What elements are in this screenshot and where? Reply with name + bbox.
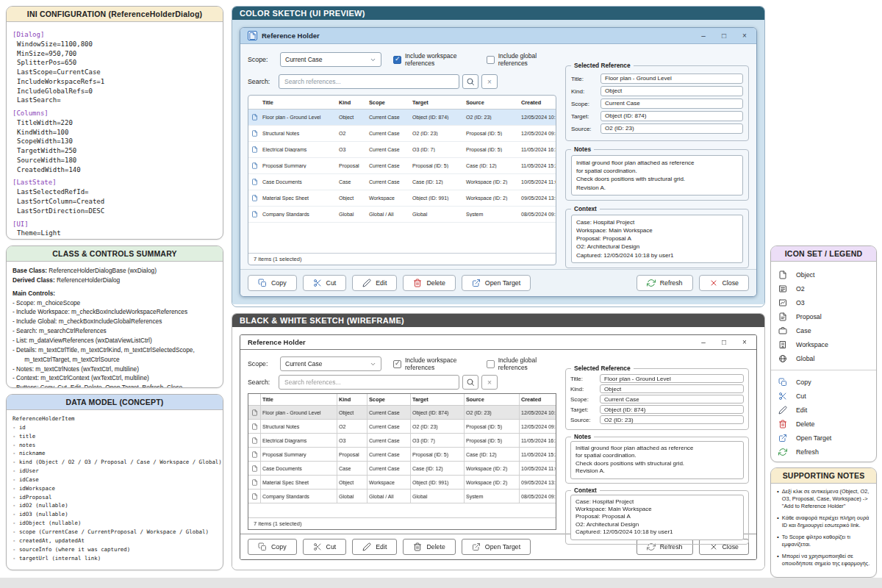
- maximize-button[interactable]: □: [720, 338, 728, 346]
- table-row[interactable]: Electrical Diagrams O3 Current Case O3 (…: [248, 142, 556, 158]
- legend-item: Open Target: [778, 431, 869, 445]
- table-row[interactable]: Structural Notes O2 Current Case O2 (ID:…: [248, 420, 556, 434]
- dialog-right-column: Selected Reference Title: Floor plan - G…: [565, 368, 749, 530]
- detail-field-input[interactable]: Current Case: [600, 395, 744, 404]
- refresh-button[interactable]: Refresh: [637, 275, 693, 291]
- scope-dropdown[interactable]: Current Case: [280, 356, 381, 371]
- edit-button[interactable]: Edit: [352, 539, 397, 555]
- search-input[interactable]: [279, 375, 459, 390]
- include-global-checkbox[interactable]: Include global references: [487, 356, 556, 371]
- button-label: Refresh: [660, 279, 683, 287]
- edit-button[interactable]: Edit: [352, 275, 397, 291]
- table-row[interactable]: Floor plan - Ground Level Object Current…: [248, 406, 556, 420]
- close-button[interactable]: Close: [699, 275, 750, 291]
- table-row[interactable]: Structural Notes O2 Current Case O2 (ID:…: [248, 126, 556, 142]
- table-row[interactable]: Material Spec Sheet Object Workspace Obj…: [248, 476, 556, 490]
- minimize-button[interactable]: –: [699, 338, 708, 346]
- cell-created: 10/05/2024 11:05: [520, 179, 556, 184]
- legend-item-label: Edit: [796, 406, 807, 414]
- legend-item: Proposal: [778, 309, 869, 323]
- o2-icon: [778, 284, 787, 293]
- copy-button[interactable]: Copy: [248, 539, 297, 555]
- search-button[interactable]: [462, 74, 478, 89]
- cell-title: Material Spec Sheet: [261, 476, 337, 489]
- column-header[interactable]: Title: [261, 99, 337, 106]
- dialog-titlebar[interactable]: Reference Holder –□×: [240, 335, 756, 350]
- global-icon: [778, 354, 787, 363]
- copy-button[interactable]: Copy: [248, 275, 297, 291]
- detail-field-input[interactable]: Floor plan - Ground Level: [600, 374, 744, 383]
- class-summary-line: Main Controls:: [12, 289, 217, 298]
- detail-field-input[interactable]: Object (ID: 874): [600, 111, 743, 121]
- detail-field-input[interactable]: Object: [600, 384, 744, 393]
- column-header[interactable]: Scope: [368, 394, 411, 405]
- cut-button[interactable]: Cut: [303, 539, 347, 555]
- cell-created: 09/05/2024 13:50: [520, 476, 556, 489]
- table-row[interactable]: Case Documents Case Current Case Case (I…: [248, 174, 556, 190]
- context-textarea[interactable]: Case: Hospital ProjectWorkspace: Main Wo…: [571, 215, 743, 263]
- dialog-titlebar[interactable]: Reference Holder –□×: [240, 28, 756, 44]
- table-row[interactable]: Case Documents Case Current Case Case (I…: [248, 462, 556, 476]
- scope-dropdown[interactable]: Current Case: [280, 52, 381, 67]
- detail-field-input[interactable]: O2 (ID: 23): [600, 415, 744, 424]
- column-header[interactable]: Target: [411, 394, 465, 405]
- ini-line: IncludeGlobalRefs=0: [12, 87, 217, 96]
- delete-button[interactable]: Delete: [403, 275, 455, 291]
- table-row[interactable]: Proposal Summary Proposal Current Case P…: [248, 158, 556, 174]
- clear-search-button[interactable]: ×: [481, 74, 498, 89]
- legend-item-label: Delete: [796, 420, 814, 428]
- column-header[interactable]: Created: [520, 394, 556, 405]
- table-row[interactable]: Company Standards Global Global / All Gl…: [248, 207, 556, 223]
- include-workspace-checkbox[interactable]: Include workspace references: [393, 52, 475, 67]
- delete-button[interactable]: Delete: [403, 539, 455, 555]
- column-header[interactable]: Source: [465, 394, 520, 405]
- column-header[interactable]: Created: [520, 99, 556, 106]
- cell-kind: O3: [337, 434, 368, 447]
- column-header[interactable]: Kind: [337, 394, 368, 405]
- checkbox-unchecked-icon: [487, 360, 495, 368]
- search-button[interactable]: [462, 375, 478, 390]
- context-line: Captured: 12/05/2024 10:18 by user1: [576, 528, 739, 536]
- include-global-checkbox[interactable]: Include global references: [487, 52, 556, 67]
- column-header[interactable]: Scope: [368, 99, 411, 106]
- table-row[interactable]: Proposal Summary Proposal Current Case P…: [248, 448, 556, 462]
- column-header[interactable]: Source: [465, 99, 520, 106]
- notes-textarea[interactable]: Initial ground floor plan attached as re…: [571, 155, 743, 196]
- cell-title: Floor plan - Ground Level: [261, 115, 337, 120]
- minimize-button[interactable]: –: [699, 32, 708, 40]
- data-model-line: - sourceInfo (where it was captured): [12, 545, 217, 554]
- button-label: Delete: [426, 543, 445, 551]
- close-window-button[interactable]: ×: [740, 32, 749, 40]
- cut-button[interactable]: Cut: [303, 275, 347, 291]
- column-header[interactable]: Kind: [337, 99, 368, 106]
- detail-field-input[interactable]: Object: [600, 86, 743, 96]
- close-window-button[interactable]: ×: [740, 338, 749, 346]
- context-line: O2: Architectural Design: [576, 521, 739, 528]
- open-target-button[interactable]: Open Target: [462, 275, 531, 291]
- table-row[interactable]: Material Spec Sheet Object Workspace Obj…: [248, 190, 556, 207]
- search-input[interactable]: [279, 74, 459, 89]
- status-bar: 7 items (1 selected): [248, 253, 556, 265]
- include-workspace-checkbox[interactable]: Include workspace references: [393, 356, 475, 371]
- data-model-line: - targetUrl (internal link): [12, 554, 217, 563]
- selected-reference-group: Selected Reference Title: Floor plan - G…: [565, 368, 749, 430]
- context-textarea[interactable]: Case: Hospital ProjectWorkspace: Main Wo…: [570, 495, 744, 540]
- detail-field-input[interactable]: Current Case: [600, 98, 743, 109]
- column-header[interactable]: Target: [411, 99, 465, 106]
- maximize-button[interactable]: □: [720, 32, 728, 40]
- document-icon: [251, 178, 258, 186]
- table-row[interactable]: Company Standards Global Global / All Gl…: [248, 490, 556, 503]
- notes-line: Check doors positions with structural gr…: [576, 460, 739, 467]
- scope-label: Scope:: [248, 56, 276, 63]
- column-header[interactable]: Title: [261, 394, 337, 405]
- table-row[interactable]: Floor plan - Ground Level Object Current…: [248, 110, 556, 126]
- detail-field-input[interactable]: O2 (ID: 23): [600, 123, 743, 134]
- detail-field-input[interactable]: Object (ID: 874): [600, 405, 744, 414]
- table-row[interactable]: Electrical Diagrams O3 Current Case O3 (…: [248, 434, 556, 448]
- scope-row: Scope: Current Case Include workspace re…: [248, 51, 556, 68]
- notes-textarea[interactable]: Initial ground floor plan attached as re…: [570, 441, 744, 479]
- cell-scope: Global / All: [368, 490, 411, 503]
- detail-field-input[interactable]: Floor plan - Ground Level: [600, 74, 743, 84]
- clear-search-button[interactable]: ×: [481, 375, 498, 390]
- open-target-button[interactable]: Open Target: [462, 539, 531, 555]
